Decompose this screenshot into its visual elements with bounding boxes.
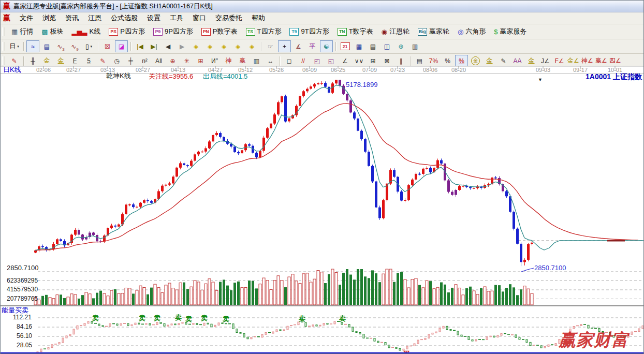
menu-gann[interactable]: 江恩 <box>83 12 106 24</box>
tool-gold-grid-2-button[interactable]: 金 <box>54 55 67 67</box>
tool-period-day-selector-button[interactable]: 日▾ <box>8 40 21 52</box>
menu-browse[interactable]: 浏览 <box>38 12 61 24</box>
tool-percent-button[interactable]: % <box>441 55 454 67</box>
chart-area[interactable]: 卖卖卖卖卖卖卖卖卖买 02-0602-2703-1303-2704-1304-2… <box>1 66 644 354</box>
tool-crosshair-button[interactable]: + <box>278 40 291 52</box>
tool-hexagon-button[interactable]: ◎六角形 <box>453 25 490 38</box>
tool-scroll-right-button[interactable]: ◈ <box>203 40 216 52</box>
tool-percent-7-button[interactable]: 7% <box>427 55 440 67</box>
tool-9p-square-button[interactable]: P99P四方形 <box>149 25 197 38</box>
tool-angle-rays-button[interactable]: ∠ <box>339 55 352 67</box>
tool-f-grid-button[interactable]: F <box>68 55 81 67</box>
tool-notes-button[interactable]: ▤ <box>367 40 379 52</box>
tool-time-circle-button[interactable]: ◷ <box>110 55 123 67</box>
tool-candle-style-button[interactable]: ▯▾ <box>82 40 95 52</box>
tool-kline-button[interactable]: ▂▅▃K线 <box>68 25 105 38</box>
tool-calendar-button[interactable]: 21 <box>339 40 352 52</box>
tool-box-grid-button[interactable]: ⊞ <box>194 55 207 67</box>
tool-wave-zoom-button[interactable]: ≈ <box>26 40 39 52</box>
tool-spiral-5-button[interactable]: 5 <box>82 55 95 67</box>
tool-fit-view-button[interactable]: ◈ <box>245 40 258 52</box>
tool-grid-dense-2-button[interactable]: ⊠ <box>380 55 393 67</box>
menu-help[interactable]: 帮助 <box>247 12 270 24</box>
menu-file[interactable]: 文件 <box>15 12 38 24</box>
tool-angle-measure-button[interactable]: ∡ <box>292 40 305 52</box>
tool-box-fan-2-button[interactable]: ◱ <box>325 55 338 67</box>
tool-9t-square-button[interactable]: T99T四方形 <box>285 25 333 38</box>
tool-gold-circle-button[interactable]: 金 <box>469 55 482 67</box>
tool-nav-next-button[interactable]: ▶ <box>175 40 188 52</box>
tool-percent-lines-button[interactable]: % <box>455 55 468 67</box>
chart-svg[interactable]: 卖卖卖卖卖卖卖卖卖买 <box>1 66 644 354</box>
tool-grid-dense-button[interactable]: ⊞ <box>367 55 379 67</box>
tool-si-angle-button[interactable]: 四∠ <box>609 55 622 67</box>
tool-color-histogram-button[interactable]: ◪ <box>115 40 128 52</box>
tool-ruler-123-button[interactable]: ▥ <box>250 55 263 67</box>
tool-gold-levels-button[interactable]: 金 <box>483 55 496 67</box>
tool-ink-pen-button[interactable]: ✎ <box>497 55 510 67</box>
tool-double-a-button[interactable]: AA <box>511 55 524 67</box>
menu-settings[interactable]: 设置 <box>142 12 165 24</box>
tool-smart-tool-button[interactable]: ☯ <box>320 40 333 52</box>
tool-gold-angle-button[interactable]: 金∠ <box>567 55 580 67</box>
tool-j-angle-button[interactable]: J∠ <box>539 55 552 67</box>
menu-tools[interactable]: 工具 <box>165 12 188 24</box>
ying-angle-icon: 赢∠ <box>595 56 607 65</box>
tool-ray-fan-button[interactable]: // <box>297 55 310 67</box>
tool-wave-n-button[interactable]: И″ <box>208 55 221 67</box>
tool-scroll-left-button[interactable]: ◈ <box>189 40 202 52</box>
tool-box-fan-1-button[interactable]: ◰ <box>311 55 324 67</box>
menu-window[interactable]: 窗口 <box>188 12 211 24</box>
tool-box-select-button[interactable]: ◻ <box>283 55 296 67</box>
tool-gold-base-button[interactable]: 金 <box>525 55 538 67</box>
tool-quotes-button[interactable]: ▦行情 <box>7 25 37 38</box>
tool-a-parallel-button[interactable]: A‖ <box>152 55 165 67</box>
tool-n-square-button[interactable]: n² <box>138 55 151 67</box>
tool-parallel-button[interactable]: ∥ <box>394 55 407 67</box>
tool-expand-x-button[interactable]: ◈ <box>231 40 244 52</box>
tool-shen-grid-button[interactable]: 神 <box>222 55 235 67</box>
tool-draw-pen-button[interactable]: ✎ <box>8 55 21 67</box>
tool-gann-wheel-button[interactable]: ◉江恩轮 <box>377 25 414 38</box>
tool-info-panel-button[interactable]: ▤ <box>40 40 53 52</box>
tool-list-tool-button[interactable]: ▤ <box>413 55 426 67</box>
tool-gold-grid-1-button[interactable]: 金 <box>40 55 53 67</box>
tool-p-square-button[interactable]: PSP四方形 <box>105 25 149 38</box>
tool-t-square-button[interactable]: TST四方形 <box>242 25 286 38</box>
tool-winner-service-button[interactable]: $赢家服务 <box>490 25 531 38</box>
tool-winner-wheel-button[interactable]: Big赢家轮 <box>414 25 453 38</box>
tool-shen-angle-button[interactable]: 神∠ <box>581 55 594 67</box>
tool-span-arrow-button[interactable]: ↔ <box>264 55 277 67</box>
tool-drag-hand-button[interactable]: ☞ <box>264 40 277 52</box>
menu-trade-orders[interactable]: 交易委托 <box>211 12 247 24</box>
tool-sectors-button[interactable]: ▩板块 <box>37 25 67 38</box>
tool-mini-chart-9-button[interactable]: ∿9 <box>68 40 81 52</box>
tool-ying-angle-button[interactable]: 赢∠ <box>595 55 608 67</box>
tool-formula-editor-button[interactable]: ☒ <box>101 40 114 52</box>
tool-print-button[interactable]: ▥ <box>408 40 421 52</box>
tool-f-angle-button[interactable]: F∠ <box>553 55 566 67</box>
tool-web-link-button[interactable]: ⊕ <box>394 40 407 52</box>
tool-calculator-button[interactable]: ▦ <box>353 40 365 52</box>
tool-nav-last-button[interactable]: ▶| <box>148 40 160 52</box>
tool-gann-circle-button[interactable]: ⊕ <box>166 55 179 67</box>
tool-t-number-table-button[interactable]: TNT数字表 <box>333 25 377 38</box>
tool-nav-first-button[interactable]: |◀ <box>134 40 147 52</box>
tool-ying-grid-button[interactable]: 赢 <box>236 55 249 67</box>
tool-red-pen-button[interactable]: ✎ <box>96 55 109 67</box>
menu-formula-stock-pick[interactable]: 公式选股 <box>106 12 142 24</box>
dropdown-caret[interactable]: ▼ <box>538 78 543 82</box>
tool-p-number-table-button[interactable]: PNP数字表 <box>197 25 242 38</box>
tool-zigzag-button[interactable]: ∨∨ <box>353 55 365 67</box>
tool-save-button[interactable]: ◫ <box>380 40 393 52</box>
tool-nav-prev-button[interactable]: ◀ <box>162 40 174 52</box>
tool-tick-grid-button[interactable]: ╪ <box>124 55 137 67</box>
menu-news[interactable]: 资讯 <box>61 12 83 24</box>
tool-ping-tool-button[interactable]: 平 <box>306 40 319 52</box>
tool-compress-x-button[interactable]: ◈ <box>217 40 230 52</box>
toolbar-separator <box>261 42 261 51</box>
tool-star-grid-button[interactable]: ✳ <box>180 55 193 67</box>
smart-tool-icon: ☯ <box>324 43 329 50</box>
tool-vertical-lines-button[interactable]: ╫ <box>26 55 39 67</box>
tool-mini-chart-3-button[interactable]: ∿3 <box>54 40 67 52</box>
